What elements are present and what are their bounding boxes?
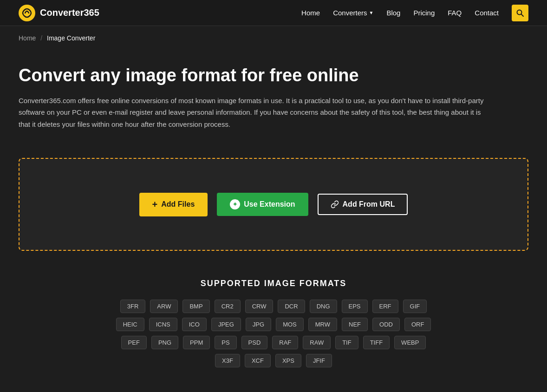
format-badge[interactable]: CRW (245, 300, 274, 313)
logo[interactable]: Converter365 (19, 5, 99, 21)
formats-title: SUPPORTED IMAGE FORMATS (19, 279, 528, 288)
format-badge[interactable]: PEF (121, 336, 147, 349)
search-button[interactable] (512, 5, 528, 21)
extension-icon: ✦ (230, 199, 240, 209)
format-badge[interactable]: MOS (276, 318, 304, 331)
format-badge[interactable]: PS (215, 336, 236, 349)
format-badge[interactable]: XCF (245, 354, 271, 367)
add-url-label: Add From URL (343, 200, 395, 209)
converters-dropdown-arrow: ▼ (369, 10, 373, 15)
nav-faq[interactable]: FAQ (448, 9, 462, 17)
format-badge[interactable]: X3F (215, 354, 240, 367)
upload-area: + Add Files ✦ Use Extension Add From URL (19, 158, 528, 251)
add-files-button[interactable]: + Add Files (139, 193, 208, 216)
format-badge[interactable]: GIF (403, 300, 427, 313)
format-badge[interactable]: ODD (372, 318, 400, 331)
nav-home[interactable]: Home (301, 9, 320, 17)
format-badge[interactable]: DNG (310, 300, 337, 313)
logo-text: Converter365 (40, 7, 99, 18)
format-badge[interactable]: TIFF (363, 336, 390, 349)
svg-line-2 (521, 14, 524, 16)
format-badge[interactable]: ORF (404, 318, 431, 331)
svg-point-0 (19, 5, 35, 21)
format-badge[interactable]: XPS (275, 354, 301, 367)
nav-pricing[interactable]: Pricing (413, 9, 435, 17)
hero-heading: Convert any image format for free online (19, 65, 492, 86)
plus-icon: + (152, 199, 158, 210)
breadcrumb-home[interactable]: Home (19, 34, 36, 42)
format-badge[interactable]: JPG (246, 318, 271, 331)
format-badge[interactable]: RAW (303, 336, 331, 349)
breadcrumb-separator: / (40, 34, 42, 42)
hero-description: Converter365.com offers free online conv… (19, 95, 492, 131)
format-badge[interactable]: PSD (241, 336, 268, 349)
upload-buttons: + Add Files ✦ Use Extension Add From URL (139, 193, 408, 216)
link-icon (331, 200, 339, 209)
format-badge[interactable]: HEIC (116, 318, 144, 331)
breadcrumb-current: Image Converter (47, 34, 95, 42)
add-url-button[interactable]: Add From URL (318, 194, 408, 215)
format-badge[interactable]: MRW (308, 318, 337, 331)
format-badge[interactable]: JFIF (306, 354, 332, 367)
nav-blog[interactable]: Blog (386, 9, 400, 17)
format-badge[interactable]: ARW (150, 300, 178, 313)
nav-converters[interactable]: Converters ▼ (333, 9, 373, 17)
breadcrumb: Home / Image Converter (0, 26, 547, 46)
format-badge[interactable]: JPEG (211, 318, 241, 331)
format-badge[interactable]: NEF (342, 318, 368, 331)
hero-section: Convert any image format for free online… (0, 46, 511, 144)
formats-section: SUPPORTED IMAGE FORMATS 3FRARWBMPCR2CRWD… (0, 265, 547, 386)
format-badge[interactable]: TIF (335, 336, 358, 349)
format-badge[interactable]: PNG (151, 336, 178, 349)
format-badge[interactable]: PPM (183, 336, 210, 349)
format-badge[interactable]: ERF (372, 300, 398, 313)
main-nav: Home Converters ▼ Blog Pricing FAQ Conta… (301, 5, 528, 21)
format-badge[interactable]: CR2 (215, 300, 241, 313)
use-extension-label: Use Extension (244, 200, 295, 209)
format-badge[interactable]: DCR (278, 300, 305, 313)
search-icon (516, 9, 524, 17)
format-badge[interactable]: ICO (182, 318, 207, 331)
format-badge[interactable]: EPS (342, 300, 368, 313)
format-badge[interactable]: BMP (182, 300, 209, 313)
logo-icon (19, 5, 35, 21)
format-badge[interactable]: ICNS (149, 318, 177, 331)
formats-grid: 3FRARWBMPCR2CRWDCRDNGEPSERFGIFHEICICNSIC… (111, 300, 436, 367)
format-badge[interactable]: 3FR (120, 300, 146, 313)
format-badge[interactable]: RAF (272, 336, 298, 349)
add-files-label: Add Files (161, 200, 195, 209)
nav-contact[interactable]: Contact (475, 9, 499, 17)
use-extension-button[interactable]: ✦ Use Extension (217, 193, 308, 216)
format-badge[interactable]: WEBP (394, 336, 426, 349)
